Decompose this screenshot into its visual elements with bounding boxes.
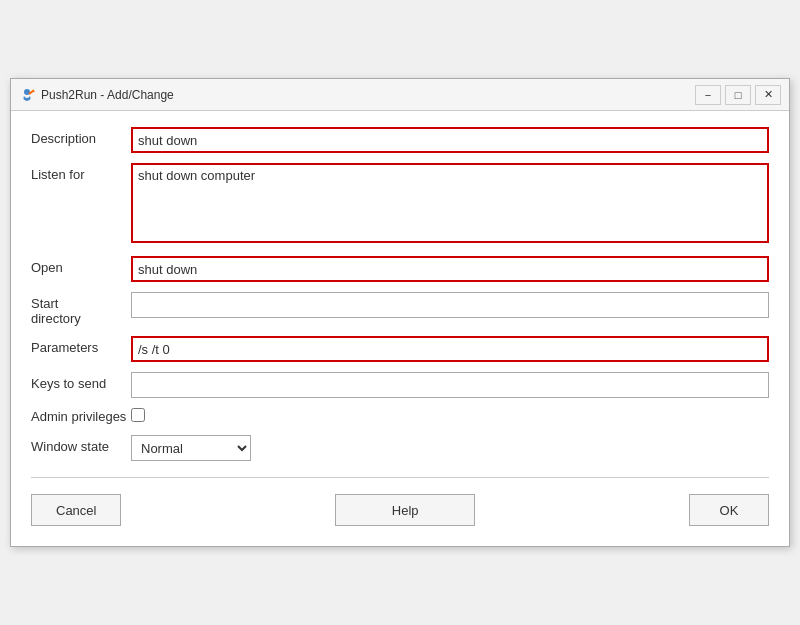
title-bar-controls: − □ ✕ (695, 85, 781, 105)
help-button[interactable]: Help (335, 494, 475, 526)
main-window: Push2Run - Add/Change − □ ✕ Description … (10, 78, 790, 547)
app-icon (19, 87, 35, 103)
admin-privileges-row: Admin privileges (31, 408, 769, 425)
listen-for-label: Listen for (31, 163, 131, 182)
window-state-row: Window state Normal Minimized Maximized (31, 435, 769, 461)
title-bar-left: Push2Run - Add/Change (19, 87, 174, 103)
start-directory-field (131, 292, 769, 318)
divider (31, 477, 769, 478)
admin-privileges-checkbox[interactable] (131, 408, 145, 422)
admin-privileges-field (131, 408, 769, 425)
keys-to-send-field (131, 372, 769, 398)
start-directory-input[interactable] (131, 292, 769, 318)
keys-to-send-label: Keys to send (31, 372, 131, 391)
parameters-row: Parameters (31, 336, 769, 362)
form-content: Description Listen for shut down compute… (11, 111, 789, 546)
cancel-button[interactable]: Cancel (31, 494, 121, 526)
description-label: Description (31, 127, 131, 146)
start-directory-label: Start directory (31, 292, 131, 326)
open-field (131, 256, 769, 282)
window-state-field: Normal Minimized Maximized (131, 435, 769, 461)
window-state-select[interactable]: Normal Minimized Maximized (131, 435, 251, 461)
parameters-label: Parameters (31, 336, 131, 355)
open-row: Open (31, 256, 769, 282)
open-label: Open (31, 256, 131, 275)
start-directory-row: Start directory (31, 292, 769, 326)
listen-for-input[interactable]: shut down computer (131, 163, 769, 243)
window-title: Push2Run - Add/Change (41, 88, 174, 102)
open-input[interactable] (131, 256, 769, 282)
minimize-button[interactable]: − (695, 85, 721, 105)
listen-for-row: Listen for shut down computer (31, 163, 769, 246)
parameters-field (131, 336, 769, 362)
button-row: Cancel Help OK (31, 490, 769, 530)
description-field (131, 127, 769, 153)
maximize-button[interactable]: □ (725, 85, 751, 105)
keys-to-send-row: Keys to send (31, 372, 769, 398)
description-input[interactable] (131, 127, 769, 153)
description-row: Description (31, 127, 769, 153)
window-state-label: Window state (31, 435, 131, 454)
parameters-input[interactable] (131, 336, 769, 362)
keys-to-send-input[interactable] (131, 372, 769, 398)
admin-privileges-label: Admin privileges (31, 409, 131, 424)
title-bar: Push2Run - Add/Change − □ ✕ (11, 79, 789, 111)
ok-button[interactable]: OK (689, 494, 769, 526)
listen-for-field: shut down computer (131, 163, 769, 246)
close-button[interactable]: ✕ (755, 85, 781, 105)
